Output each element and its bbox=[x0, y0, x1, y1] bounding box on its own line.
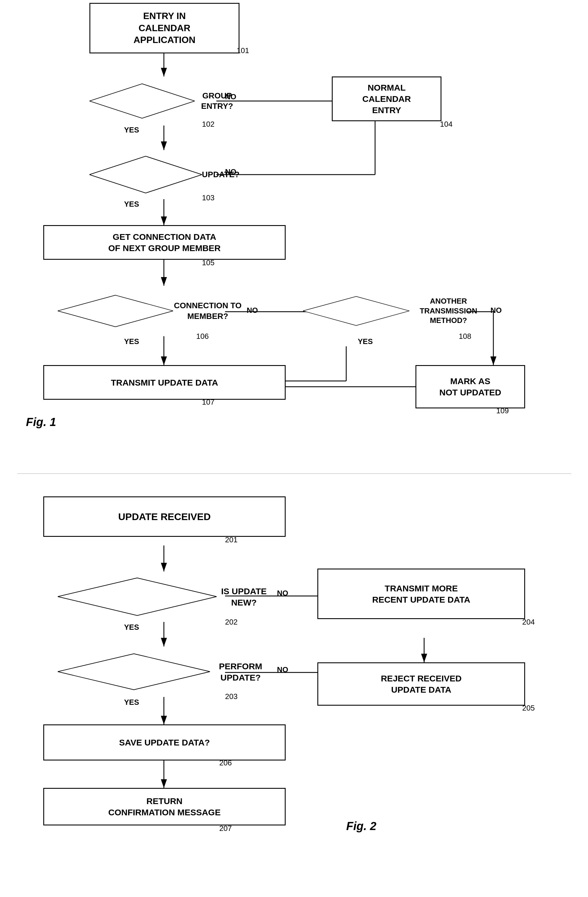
group-entry-yes: YES bbox=[124, 126, 139, 135]
ref-203: 203 bbox=[225, 692, 237, 701]
ref-205: 205 bbox=[522, 704, 535, 713]
is-update-new-diamond: IS UPDATE NEW? bbox=[58, 571, 271, 622]
mark-not-updated-box: MARK AS NOT UPDATED bbox=[415, 365, 525, 409]
ref-107: 107 bbox=[202, 398, 214, 407]
update-received-box: UPDATE RECEIVED bbox=[43, 496, 286, 537]
connection-diamond: CONNECTION TO MEMBER? bbox=[58, 286, 242, 336]
ref-207: 207 bbox=[219, 824, 232, 833]
arrows-svg bbox=[0, 0, 588, 897]
ref-204: 204 bbox=[522, 618, 535, 626]
ref-102: 102 bbox=[202, 120, 214, 129]
is-update-yes: YES bbox=[124, 623, 139, 632]
normal-calendar-box: NORMAL CALENDAR ENTRY bbox=[332, 77, 441, 121]
ref-206: 206 bbox=[219, 758, 232, 767]
group-entry-diamond: GROUP ENTRY? bbox=[89, 77, 240, 126]
another-transmission-diamond: ANOTHER TRANSMISSION METHOD? bbox=[303, 286, 487, 336]
perform-no: NO bbox=[277, 665, 288, 674]
get-connection-box: GET CONNECTION DATA OF NEXT GROUP MEMBER bbox=[43, 225, 286, 260]
svg-marker-22 bbox=[89, 84, 195, 118]
svg-marker-25 bbox=[303, 296, 409, 326]
reject-received-box: REJECT RECEIVED UPDATE DATA bbox=[318, 662, 525, 706]
svg-marker-24 bbox=[58, 295, 173, 327]
return-confirmation-box: RETURN CONFIRMATION MESSAGE bbox=[43, 788, 286, 825]
ref-101: 101 bbox=[237, 46, 249, 55]
svg-marker-23 bbox=[89, 156, 202, 193]
diagram-container: ENTRY IN CALENDAR APPLICATION 101 GROUP … bbox=[0, 0, 588, 897]
perform-update-diamond: PERFORM UPDATE? bbox=[58, 646, 271, 697]
ref-103: 103 bbox=[202, 193, 214, 202]
another-yes: YES bbox=[358, 337, 373, 346]
connection-yes: YES bbox=[124, 337, 139, 346]
save-update-box: SAVE UPDATE DATA? bbox=[43, 724, 286, 761]
update-yes: YES bbox=[124, 200, 139, 209]
ref-106: 106 bbox=[196, 332, 209, 341]
perform-yes: YES bbox=[124, 698, 139, 707]
ref-202: 202 bbox=[225, 618, 237, 626]
ref-109: 109 bbox=[496, 406, 509, 415]
fig1-label: Fig. 1 bbox=[26, 416, 56, 429]
connection-no: NO bbox=[247, 306, 258, 315]
ref-201: 201 bbox=[225, 535, 237, 544]
update-diamond: UPDATE? bbox=[89, 150, 240, 199]
ref-105: 105 bbox=[202, 258, 214, 267]
another-no: NO bbox=[490, 306, 502, 315]
svg-marker-27 bbox=[58, 654, 210, 690]
ref-104: 104 bbox=[440, 120, 452, 129]
fig2-label: Fig. 2 bbox=[346, 820, 376, 833]
divider bbox=[17, 473, 571, 474]
svg-marker-26 bbox=[58, 578, 217, 615]
is-update-no: NO bbox=[277, 589, 288, 598]
transmit-more-recent-box: TRANSMIT MORE RECENT UPDATE DATA bbox=[318, 569, 525, 619]
entry-box: ENTRY IN CALENDAR APPLICATION bbox=[89, 3, 240, 54]
transmit-update-box: TRANSMIT UPDATE DATA bbox=[43, 365, 286, 400]
ref-108: 108 bbox=[459, 332, 471, 341]
